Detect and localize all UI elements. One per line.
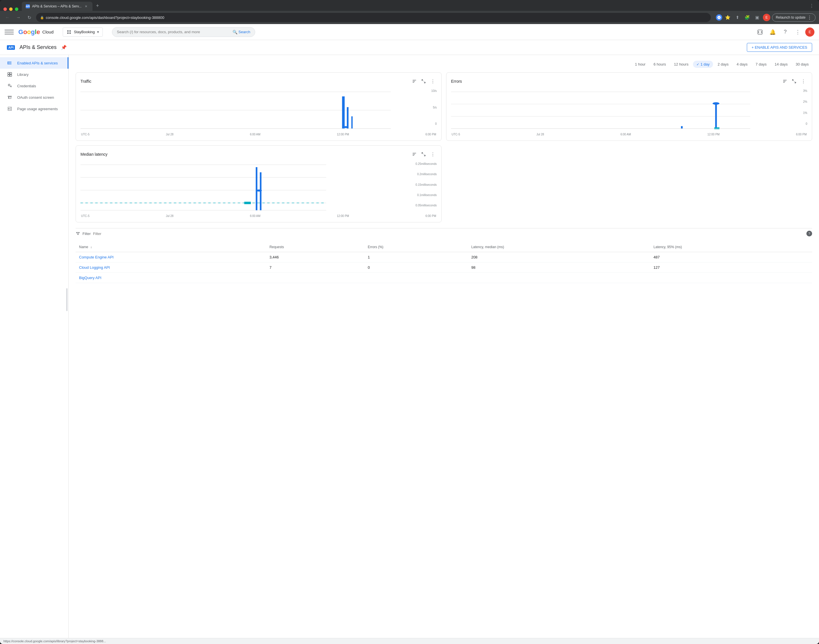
time-btn-4d[interactable]: 4 days xyxy=(733,61,751,68)
errors-svg xyxy=(451,89,807,132)
latency-x-4: 6:00 PM xyxy=(426,215,436,218)
traffic-y-max: 10/s xyxy=(431,89,437,92)
chrome-menu-button[interactable]: ⋮ xyxy=(808,2,816,10)
latency-legend-btn[interactable] xyxy=(410,150,418,158)
window-close-button[interactable] xyxy=(3,8,7,11)
traffic-menu-btn[interactable]: ⋮ xyxy=(429,77,437,85)
pin-icon[interactable]: 📌 xyxy=(61,44,67,50)
traffic-svg xyxy=(80,89,437,132)
latency-x-1: Jul 28 xyxy=(166,215,174,218)
errors-y-3: 3% xyxy=(803,89,807,92)
time-btn-12h[interactable]: 12 hours xyxy=(671,61,692,68)
sidebar: Enabled APIs & services Library Credenti… xyxy=(0,55,69,638)
sidebar-scrollbar xyxy=(66,288,68,311)
notifications-button[interactable]: 🔔 xyxy=(767,27,778,37)
lock-icon: 🔒 xyxy=(40,16,44,20)
user-avatar-browser[interactable]: E xyxy=(763,14,770,21)
svg-rect-3 xyxy=(69,30,71,32)
settings-button[interactable]: ⋮ xyxy=(793,27,803,37)
bigquery-latency-median xyxy=(468,273,650,283)
traffic-x-2: 6:00 AM xyxy=(250,133,261,136)
compute-engine-link[interactable]: Compute Engine API xyxy=(79,255,114,259)
code-icon-button[interactable] xyxy=(755,27,765,37)
time-btn-30d[interactable]: 30 days xyxy=(792,61,812,68)
sidebar-item-library[interactable]: Library xyxy=(0,69,68,80)
share-button[interactable]: ⬆ xyxy=(734,14,742,21)
latency-x-2: 6:00 AM xyxy=(250,215,261,218)
filter-help-icon[interactable]: ? xyxy=(807,231,812,236)
time-selector: 1 hour 6 hours 12 hours 1 day 2 days 4 d… xyxy=(75,61,812,68)
latency-y-2: 0.15milliseconds xyxy=(415,183,437,186)
traffic-x-3: 12:00 PM xyxy=(337,133,349,136)
svg-rect-5 xyxy=(69,32,71,34)
time-btn-1h[interactable]: 1 hour xyxy=(632,61,649,68)
reload-button[interactable]: ↻ xyxy=(25,14,33,21)
address-bar: ← → ↻ 🔒 console.cloud.google.com/apis/da… xyxy=(0,11,819,24)
filter-label: Filter xyxy=(83,232,91,236)
filter-input[interactable] xyxy=(93,232,804,236)
errors-legend-btn[interactable] xyxy=(781,77,789,85)
bigquery-latency-95 xyxy=(650,273,812,283)
errors-menu-btn[interactable]: ⋮ xyxy=(799,77,807,85)
errors-chart-actions: ⋮ xyxy=(781,77,807,85)
traffic-chart-header: Traffic ⋮ xyxy=(80,77,437,85)
credentials-label: Credentials xyxy=(17,84,36,88)
latency-expand-btn[interactable] xyxy=(419,150,427,158)
forward-button[interactable]: → xyxy=(14,14,22,21)
help-button[interactable]: ? xyxy=(780,27,790,37)
sidebar-item-credentials[interactable]: Credentials xyxy=(0,80,68,92)
sidebar-item-oauth[interactable]: OAuth consent screen xyxy=(0,92,68,103)
active-tab[interactable]: API APIs & Services – APIs & Serv... ✕ xyxy=(22,2,92,11)
new-tab-button[interactable]: + xyxy=(94,2,101,10)
window-maximize-button[interactable] xyxy=(15,8,18,11)
back-button[interactable]: ← xyxy=(3,14,11,21)
latency-chart-body: 0.25milliseconds 0.2milliseconds 0.15mil… xyxy=(80,162,437,218)
relaunch-button[interactable]: Relaunch to update ⋮ xyxy=(772,14,816,22)
enable-apis-button[interactable]: + ENABLE APIS AND SERVICES xyxy=(747,43,813,52)
extensions-button[interactable]: 🧩 xyxy=(744,14,751,21)
project-selector[interactable]: StayBooking ▾ xyxy=(63,28,103,37)
user-avatar[interactable]: E xyxy=(805,28,814,37)
project-icon xyxy=(66,29,72,35)
latency-chart-title: Median latency xyxy=(80,152,108,156)
sort-icon[interactable]: ↓ xyxy=(90,245,92,249)
traffic-x-4: 6:00 PM xyxy=(426,133,436,136)
time-btn-14d[interactable]: 14 days xyxy=(771,61,791,68)
page-usage-icon xyxy=(7,106,12,112)
sidebar-toggle[interactable]: ▣ xyxy=(753,14,761,21)
errors-chart-header: Errors ⋮ xyxy=(451,77,807,85)
latency-chart-actions: ⋮ xyxy=(410,150,437,158)
sub-header: API APIs & Services 📌 + ENABLE APIS AND … xyxy=(0,40,819,55)
search-input[interactable] xyxy=(112,28,228,36)
compute-errors: 1 xyxy=(364,252,468,262)
errors-x-1: Jul 28 xyxy=(536,133,544,136)
sub-header-title: APIs & Services xyxy=(20,44,57,51)
cloud-logging-link[interactable]: Cloud Logging API xyxy=(79,265,110,270)
filter-section: Filter ? xyxy=(75,228,812,239)
url-bar[interactable]: 🔒 console.cloud.google.com/apis/dashboar… xyxy=(36,13,711,22)
logging-latency-95: 127 xyxy=(650,262,812,273)
time-btn-6h[interactable]: 6 hours xyxy=(650,61,669,68)
window-minimize-button[interactable] xyxy=(9,8,12,11)
traffic-legend-btn[interactable] xyxy=(410,77,418,85)
time-btn-7d[interactable]: 7 days xyxy=(752,61,770,68)
library-icon xyxy=(7,72,12,77)
chrome-profile-icon[interactable]: G xyxy=(716,14,722,21)
sidebar-item-page-usage[interactable]: Page usage agreements xyxy=(0,103,68,115)
errors-y-0: 0 xyxy=(803,122,807,125)
hamburger-menu[interactable] xyxy=(5,28,14,37)
bigquery-link[interactable]: BigQuery API xyxy=(79,276,101,280)
latency-menu-btn[interactable]: ⋮ xyxy=(429,150,437,158)
sidebar-item-enabled[interactable]: Enabled APIs & services xyxy=(0,57,68,69)
bookmark-button[interactable]: ⭐ xyxy=(724,14,732,21)
credentials-icon xyxy=(7,83,12,89)
enabled-apis-icon xyxy=(7,60,12,66)
time-btn-1d[interactable]: 1 day xyxy=(693,61,713,68)
latency-chart-card: Median latency ⋮ xyxy=(75,146,442,222)
errors-expand-btn[interactable] xyxy=(790,77,798,85)
time-btn-2d[interactable]: 2 days xyxy=(714,61,732,68)
tab-close-button[interactable]: ✕ xyxy=(84,4,89,9)
traffic-y-min: 0 xyxy=(431,122,437,125)
traffic-expand-btn[interactable] xyxy=(419,77,427,85)
search-button[interactable]: 🔍 Search xyxy=(228,28,255,37)
